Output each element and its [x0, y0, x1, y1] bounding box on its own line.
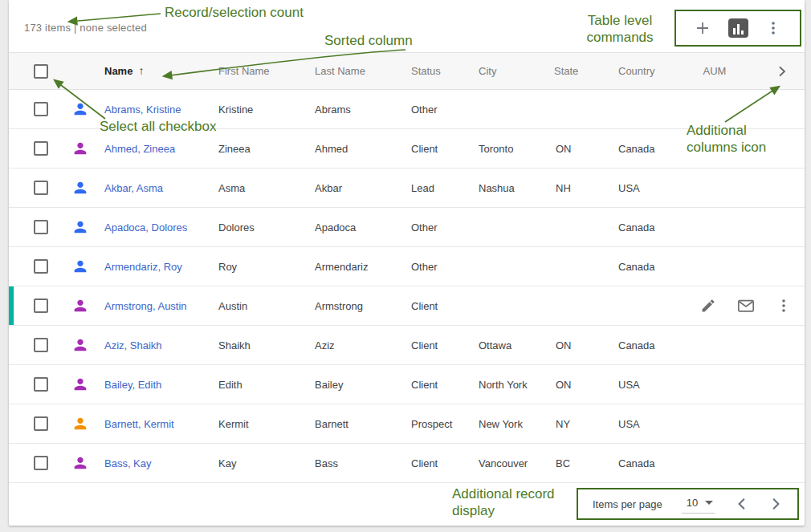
cell-first-name: Zineea	[205, 129, 301, 168]
previous-page-button[interactable]	[735, 497, 749, 511]
cell-country: USA	[605, 365, 682, 404]
cell-last-name: Aziz	[301, 326, 397, 364]
add-record-button[interactable]	[692, 18, 713, 39]
cell-last-name: Armstrong	[301, 286, 397, 325]
selected-row-indicator	[9, 286, 14, 325]
table-row: Armendariz, Roy Roy Armendariz Other Can…	[9, 247, 805, 286]
row-checkbox[interactable]	[34, 141, 48, 156]
cell-state: BC	[540, 444, 605, 482]
cell-state: NH	[540, 169, 605, 207]
cell-city: New York	[465, 404, 540, 443]
cell-state: ON	[540, 365, 605, 404]
table-row: Apadoca, Dolores Dolores Apadoca Other C…	[9, 208, 805, 247]
cell-last-name: Ahmed	[301, 129, 397, 168]
edit-pencil-icon[interactable]	[700, 298, 716, 314]
table-more-options-button[interactable]	[763, 18, 784, 39]
header-checkbox-cell	[9, 53, 54, 89]
cell-city: Toronto	[465, 129, 540, 168]
column-header-city[interactable]: City	[465, 53, 540, 89]
cell-country: USA	[605, 169, 682, 207]
cell-state	[540, 208, 605, 246]
select-all-checkbox[interactable]	[34, 64, 48, 79]
cell-status: Client	[397, 129, 465, 168]
cell-first-name: Edith	[205, 365, 301, 404]
record-name-link[interactable]: Akbar, Asma	[104, 182, 163, 194]
record-name-link[interactable]: Ahmed, Zineea	[104, 143, 175, 155]
cell-country	[605, 90, 682, 128]
cell-state	[540, 286, 605, 325]
record-name-link[interactable]: Barnett, Kermit	[104, 418, 174, 430]
sort-ascending-icon: ↑	[138, 64, 144, 77]
column-header-status[interactable]: Status	[397, 53, 465, 89]
cell-country: Canada	[605, 247, 682, 286]
person-icon	[71, 376, 89, 393]
record-name-link[interactable]: Bailey, Edith	[104, 379, 161, 391]
record-name-link[interactable]: Bass, Kay	[104, 457, 152, 469]
kebab-menu-icon	[765, 20, 781, 36]
row-checkbox[interactable]	[34, 259, 48, 274]
cell-first-name: Asma	[205, 169, 301, 207]
cell-last-name: Bass	[301, 444, 397, 482]
column-header-last-name[interactable]: Last Name	[301, 53, 397, 89]
cell-status: Client	[397, 444, 465, 482]
row-checkbox[interactable]	[34, 338, 48, 352]
cell-city: Vancouver	[465, 444, 540, 482]
row-checkbox[interactable]	[34, 377, 48, 392]
person-icon	[71, 100, 89, 118]
cell-status: Client	[397, 286, 465, 325]
additional-columns-icon[interactable]	[776, 65, 789, 78]
table-row: Bailey, Edith Edith Bailey Client North …	[9, 365, 805, 404]
table-row: Ahmed, Zineea Zineea Ahmed Client Toront…	[9, 129, 805, 169]
cell-last-name: Armendariz	[301, 247, 397, 286]
row-checkbox[interactable]	[34, 298, 48, 313]
table-card: 173 items | none selected Name↑First Nam…	[9, 0, 805, 526]
cell-state: ON	[540, 326, 605, 364]
table-body: Abrams, Kristine Kristine Abrams Other A…	[9, 90, 805, 483]
cell-city	[465, 90, 540, 128]
cell-city: North York	[465, 365, 540, 404]
cell-aum	[682, 169, 748, 207]
row-checkbox[interactable]	[34, 181, 48, 195]
cell-state	[540, 247, 605, 286]
cell-aum	[682, 129, 748, 168]
row-checkbox[interactable]	[34, 220, 48, 234]
cell-country: Canada	[605, 326, 682, 364]
table-row: Aziz, Shaikh Shaikh Aziz Client Ottawa O…	[9, 326, 805, 365]
bar-chart-icon	[728, 18, 748, 38]
table-header-row: Name↑First NameLast NameStatusCityStateC…	[9, 52, 805, 90]
cell-last-name: Bailey	[301, 365, 397, 404]
column-header-country[interactable]: Country	[605, 53, 682, 89]
column-header-state[interactable]: State	[540, 53, 605, 89]
cell-aum	[682, 90, 748, 128]
record-name-link[interactable]: Armstrong, Austin	[104, 300, 187, 312]
table-row: Barnett, Kermit Kermit Barnett Prospect …	[9, 404, 805, 444]
cell-country	[605, 286, 682, 325]
cell-aum	[682, 247, 748, 286]
column-header-name[interactable]: Name↑	[91, 53, 205, 89]
row-more-options-icon[interactable]	[776, 298, 792, 314]
column-header-first-name[interactable]: First Name	[205, 53, 301, 89]
email-envelope-icon[interactable]	[737, 298, 755, 314]
items-per-page-select[interactable]: 10	[682, 494, 715, 514]
column-header-aum[interactable]: AUM	[682, 53, 748, 89]
record-name-link[interactable]: Armendariz, Roy	[104, 261, 182, 273]
row-checkbox[interactable]	[34, 416, 48, 431]
chart-button[interactable]	[727, 18, 748, 39]
cell-status: Other	[397, 90, 465, 128]
record-name-link[interactable]: Apadoca, Dolores	[104, 221, 187, 234]
table-row: Akbar, Asma Asma Akbar Lead Nashua NH US…	[9, 169, 805, 208]
table-row: Abrams, Kristine Kristine Abrams Other	[9, 90, 805, 129]
items-per-page-value: 10	[687, 497, 698, 509]
cell-first-name: Shaikh	[205, 326, 301, 364]
next-page-button[interactable]	[768, 497, 783, 511]
cell-state: ON	[540, 129, 605, 168]
record-name-link[interactable]: Abrams, Kristine	[104, 104, 181, 116]
cell-aum	[682, 365, 748, 404]
cell-city: Nashua	[465, 169, 540, 207]
row-checkbox[interactable]	[34, 456, 48, 470]
cell-country: Canada	[605, 444, 682, 482]
record-count: 173 items | none selected	[24, 22, 147, 34]
row-checkbox[interactable]	[34, 102, 48, 116]
record-name-link[interactable]: Aziz, Shaikh	[104, 339, 162, 351]
person-icon	[71, 218, 89, 236]
